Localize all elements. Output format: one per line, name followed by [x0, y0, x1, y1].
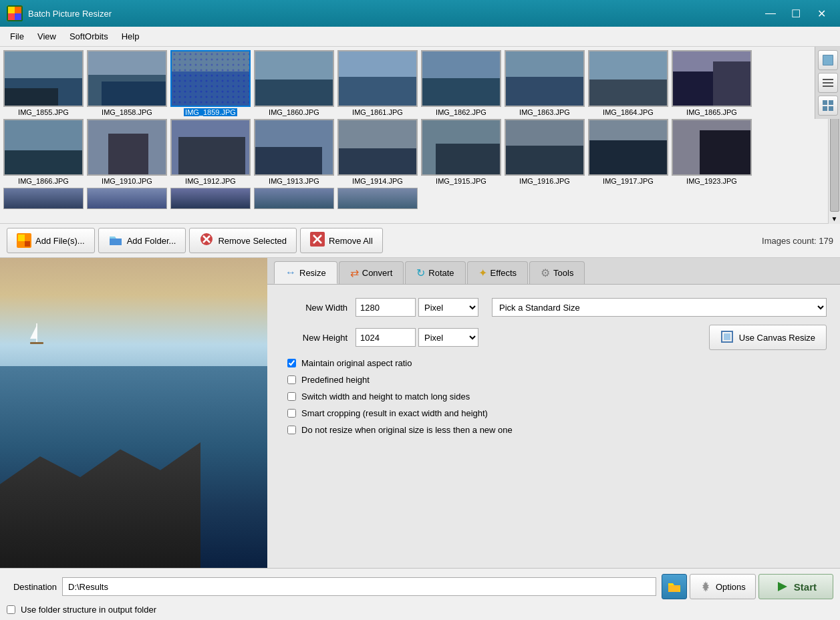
- width-row: New Width Pixel Percent Centimeter Inch …: [281, 298, 827, 317]
- image-filename: IMG_1858.JPG: [102, 108, 152, 116]
- width-unit-select[interactable]: Pixel Percent Centimeter Inch: [418, 298, 478, 317]
- list-item[interactable]: IMG_1910.JPG: [87, 119, 167, 185]
- predefined-height-label[interactable]: Predefined height: [301, 375, 370, 385]
- list-item[interactable]: IMG_1913.JPG: [254, 119, 334, 185]
- image-filename: IMG_1865.JPG: [686, 108, 737, 116]
- svg-rect-18: [339, 77, 418, 107]
- remove-selected-label: Remove Selected: [218, 236, 287, 246]
- images-count: Images count: 179: [762, 236, 833, 246]
- app-title: Batch Picture Resizer: [28, 9, 758, 19]
- standard-size-select[interactable]: Pick a Standard Size 640x480 800x600 102…: [492, 298, 827, 317]
- list-item[interactable]: IMG_1914.JPG: [337, 119, 418, 185]
- destination-input[interactable]: [62, 577, 656, 596]
- tab-effects-label: Effects: [491, 268, 517, 278]
- add-files-label: Add File(s)...: [35, 236, 85, 246]
- canvas-resize-label: Use Canvas Resize: [739, 333, 815, 343]
- browse-button[interactable]: [662, 574, 687, 599]
- list-item[interactable]: IMG_1866.JPG: [3, 119, 84, 185]
- svg-rect-39: [436, 144, 501, 176]
- list-item[interactable]: IMG_1855.JPG: [3, 50, 84, 116]
- no-upscale-label[interactable]: Do not resize when original size is less…: [301, 425, 513, 435]
- destination-label: Destination: [7, 582, 57, 592]
- start-button[interactable]: Start: [758, 574, 833, 599]
- svg-rect-31: [108, 134, 148, 176]
- tab-rotate[interactable]: ↻ Rotate: [405, 261, 465, 284]
- image-filename: IMG_1910.JPG: [102, 177, 152, 185]
- tab-rotate-label: Rotate: [428, 268, 454, 278]
- list-item[interactable]: IMG_1863.JPG: [505, 50, 585, 116]
- tab-convert-label: Convert: [362, 268, 393, 278]
- svg-rect-33: [178, 137, 245, 176]
- svg-rect-1: [8, 7, 15, 13]
- tab-convert[interactable]: ⇄ Convert: [339, 261, 404, 284]
- menu-file[interactable]: File: [3, 29, 31, 44]
- minimize-button[interactable]: —: [758, 3, 783, 23]
- predefined-height-row: Predefined height: [287, 375, 827, 385]
- svg-rect-43: [589, 140, 668, 176]
- scroll-down-button[interactable]: ▼: [829, 213, 840, 224]
- image-filename: IMG_1915.JPG: [436, 177, 486, 185]
- list-item[interactable]: IMG_1912.JPG: [170, 119, 251, 185]
- tab-effects[interactable]: ✦ Effects: [467, 261, 529, 284]
- list-item[interactable]: IMG_1861.JPG: [337, 50, 418, 116]
- folder-structure-checkbox[interactable]: [7, 605, 15, 614]
- list-item[interactable]: IMG_1859.JPG: [170, 50, 251, 116]
- image-filename: IMG_1914.JPG: [352, 177, 403, 185]
- canvas-resize-button[interactable]: Use Canvas Resize: [709, 325, 827, 350]
- maintain-aspect-label[interactable]: Maintain original aspect ratio: [301, 358, 412, 368]
- svg-rect-35: [255, 147, 322, 176]
- menu-view[interactable]: View: [31, 29, 63, 44]
- list-item[interactable]: IMG_1862.JPG: [421, 50, 501, 116]
- bottom-bar: Destination Options: [0, 568, 840, 620]
- no-upscale-checkbox[interactable]: [287, 426, 296, 434]
- switch-dimensions-row: Switch width and height to match long si…: [287, 392, 827, 402]
- smart-cropping-row: Smart cropping (result in exact width an…: [287, 408, 827, 418]
- smart-cropping-label[interactable]: Smart cropping (result in exact width an…: [301, 408, 488, 418]
- add-files-button[interactable]: Add File(s)...: [7, 228, 95, 253]
- app-logo: [7, 5, 23, 21]
- remove-selected-button[interactable]: Remove Selected: [189, 228, 297, 253]
- list-item[interactable]: IMG_1915.JPG: [421, 119, 501, 185]
- predefined-height-checkbox[interactable]: [287, 375, 296, 384]
- svg-rect-47: [18, 235, 25, 241]
- list-item[interactable]: IMG_1864.JPG: [588, 50, 668, 116]
- remove-selected-icon: [199, 232, 214, 250]
- start-label: Start: [794, 581, 817, 593]
- menu-help[interactable]: Help: [115, 29, 146, 44]
- maintain-aspect-row: Maintain original aspect ratio: [287, 358, 827, 368]
- list-item[interactable]: IMG_1923.JPG: [672, 119, 752, 185]
- list-item[interactable]: IMG_1916.JPG: [505, 119, 585, 185]
- list-item[interactable]: IMG_1858.JPG: [87, 50, 167, 116]
- close-button[interactable]: ✕: [809, 3, 833, 23]
- switch-dimensions-label[interactable]: Switch width and height to match long si…: [301, 392, 470, 402]
- folder-structure-label[interactable]: Use folder structure in output folder: [21, 605, 156, 615]
- image-filename: IMG_1862.JPG: [436, 108, 486, 116]
- list-item[interactable]: IMG_1865.JPG: [672, 50, 752, 116]
- tab-tools[interactable]: ⚙ Tools: [529, 261, 585, 284]
- smart-cropping-checkbox[interactable]: [287, 409, 296, 418]
- tab-resize[interactable]: ↔ Resize: [274, 261, 337, 284]
- toolbar: Add File(s)... Add Folder... Remove Sele…: [0, 224, 840, 258]
- svg-rect-29: [5, 150, 84, 176]
- svg-rect-16: [255, 80, 334, 107]
- width-input[interactable]: [356, 298, 416, 317]
- maintain-aspect-checkbox[interactable]: [287, 359, 296, 367]
- svg-rect-14: [172, 51, 251, 107]
- maximize-button[interactable]: ☐: [784, 3, 808, 23]
- menu-softorbits[interactable]: SoftOrbits: [63, 29, 115, 44]
- resize-tab-content: New Width Pixel Percent Centimeter Inch …: [267, 285, 840, 568]
- options-button[interactable]: Options: [690, 574, 756, 599]
- switch-dimensions-checkbox[interactable]: [287, 392, 296, 401]
- image-filename: IMG_1863.JPG: [519, 108, 570, 116]
- remove-all-label: Remove All: [329, 236, 373, 246]
- folder-structure-row: Use folder structure in output folder: [7, 605, 833, 615]
- remove-all-icon: [310, 232, 325, 250]
- add-folder-button[interactable]: Add Folder...: [98, 228, 186, 253]
- list-item[interactable]: IMG_1860.JPG: [254, 50, 334, 116]
- list-item[interactable]: IMG_1917.JPG: [588, 119, 668, 185]
- svg-rect-45: [700, 130, 752, 176]
- new-height-label: New Height: [281, 333, 347, 343]
- height-input[interactable]: [356, 328, 416, 347]
- remove-all-button[interactable]: Remove All: [300, 228, 383, 253]
- height-unit-select[interactable]: Pixel Percent Centimeter Inch: [418, 328, 478, 347]
